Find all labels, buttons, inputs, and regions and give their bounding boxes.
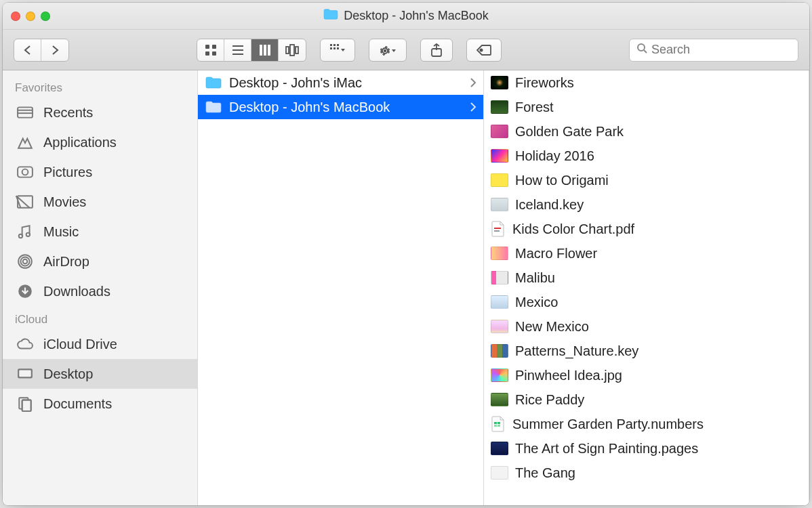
svg-rect-12 [296,47,298,54]
svg-point-28 [22,169,28,175]
file-row[interactable]: Golden Gate Park [484,119,809,144]
folder-icon [205,100,222,114]
file-row[interactable]: Iceland.key [484,192,809,217]
recents-icon [15,104,35,121]
folder-row[interactable]: Desktop - John's iMac [198,70,483,95]
svg-rect-24 [18,107,33,117]
sidebar-item-label: Desktop [43,366,93,382]
movies-icon [15,193,35,211]
music-icon [15,223,35,240]
documents-icon [15,395,35,412]
row-label: Kids Color Chart.pdf [512,221,634,237]
search-input[interactable] [651,43,809,57]
window-body: FavoritesRecentsApplicationsPicturesMovi… [3,70,809,505]
file-row[interactable]: Mexico [484,290,809,314]
icloud-icon [15,335,35,353]
sidebar-item-pictures[interactable]: Pictures [3,157,197,187]
file-row[interactable]: Kids Color Chart.pdf [484,217,809,241]
sidebar-item-music[interactable]: Music [3,217,197,247]
sidebar-item-label: Pictures [43,165,92,180]
view-list-button[interactable] [224,39,251,61]
svg-point-33 [26,233,30,236]
row-label: Golden Gate Park [515,124,624,140]
image-icon [491,271,508,284]
file-row[interactable]: Holiday 2016 [484,144,809,168]
svg-rect-8 [264,45,266,56]
numbers-icon [491,416,506,432]
sidebar-item-documents[interactable]: Documents [3,389,197,419]
sidebar-item-movies[interactable]: Movies [3,187,197,217]
minimize-button[interactable] [26,12,35,21]
image-icon [491,149,508,163]
file-row[interactable]: Forest [484,95,809,119]
image-icon [491,368,508,382]
image-icon [491,76,508,89]
forward-button[interactable] [41,39,68,61]
svg-rect-7 [260,45,262,56]
file-row[interactable]: The Gang [484,461,809,485]
svg-rect-43 [494,228,501,229]
row-label: The Gang [515,465,575,481]
sidebar-item-label: Recents [43,105,93,121]
folder-row[interactable]: Desktop - John's MacBook [198,95,483,119]
pictures-icon [15,163,35,181]
back-button[interactable] [14,39,41,61]
svg-rect-39 [19,371,31,377]
titlebar: Desktop - John's MacBook [3,3,809,30]
sidebar: FavoritesRecentsApplicationsPicturesMovi… [3,70,198,505]
traffic-lights [11,12,50,21]
svg-rect-2 [205,51,209,56]
sidebar-item-downloads[interactable]: Downloads [3,276,197,306]
file-row[interactable]: Malibu [484,266,809,290]
file-row[interactable]: Fireworks [484,70,809,95]
svg-rect-45 [494,422,497,424]
file-row[interactable]: Macro Flower [484,241,809,266]
sidebar-item-recents[interactable]: Recents [3,98,197,127]
row-label: The Art of Sign Painting.pages [515,441,698,457]
airdrop-icon [15,253,35,270]
svg-rect-27 [18,167,33,177]
svg-point-21 [480,49,482,51]
svg-point-34 [23,259,28,264]
sidebar-item-applications[interactable]: Applications [3,127,197,157]
svg-rect-13 [330,44,332,46]
file-row[interactable]: Pinwheel Idea.jpg [484,363,809,387]
zoom-button[interactable] [41,12,50,21]
tags-button[interactable] [466,39,502,62]
file-row[interactable]: Rice Paddy [484,387,809,412]
sidebar-item-airdrop[interactable]: AirDrop [3,247,197,276]
row-label: Summer Garden Party.numbers [512,417,704,432]
svg-rect-15 [337,44,339,46]
action-dropdown[interactable] [369,39,407,62]
svg-rect-16 [330,47,332,49]
row-label: Desktop - John's iMac [229,75,362,91]
share-button[interactable] [420,39,453,62]
view-column-button[interactable] [251,39,279,61]
group-by-dropdown[interactable] [320,39,355,62]
row-label: Pinwheel Idea.jpg [515,368,622,383]
image-icon [491,173,508,187]
close-button[interactable] [11,12,20,21]
view-icon-button[interactable] [197,39,224,61]
file-row[interactable]: How to Origami [484,168,809,192]
sidebar-item-icloud[interactable]: iCloud Drive [3,329,197,359]
finder-window: Desktop - John's MacBook [3,3,809,505]
svg-point-35 [20,257,29,266]
row-label: Desktop - John's MacBook [229,100,390,115]
file-row[interactable]: Patterns_Nature.key [484,339,809,363]
column-0: Desktop - John's iMacDesktop - John's Ma… [198,70,484,505]
sidebar-item-desktop[interactable]: Desktop [3,359,197,389]
chevron-right-icon [470,75,476,91]
file-row[interactable]: Summer Garden Party.numbers [484,412,809,436]
file-row[interactable]: The Art of Sign Painting.pages [484,436,809,461]
search-field[interactable] [629,39,798,62]
svg-rect-14 [333,44,336,46]
sidebar-item-label: Applications [43,135,117,150]
row-label: Patterns_Nature.key [515,343,638,359]
column-browser: Desktop - John's iMacDesktop - John's Ma… [198,70,809,505]
file-row[interactable]: New Mexico [484,314,809,339]
sidebar-item-label: Downloads [43,284,110,299]
row-label: Iceland.key [515,197,584,213]
svg-rect-17 [333,47,336,49]
view-gallery-button[interactable] [279,39,306,61]
